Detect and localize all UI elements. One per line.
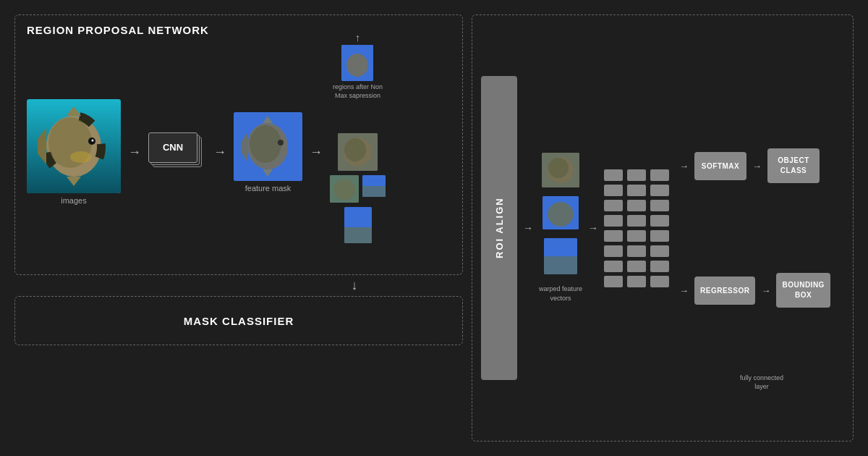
fc-block	[650, 261, 669, 272]
object-class-box: OBJECTCLASS	[767, 148, 820, 183]
regions-after-nms: ↑ regions after NonMax sapression	[333, 32, 383, 100]
arrow-to-regressor: →	[679, 285, 689, 296]
regions-label: regions after NonMax sapression	[333, 83, 383, 100]
fc-block	[627, 185, 646, 196]
main-container: REGION PROPOSAL NETWORK	[14, 14, 854, 442]
svg-point-9	[92, 140, 94, 142]
fc-col-2	[627, 141, 646, 315]
svg-point-19	[346, 54, 368, 77]
region-thumb-bottom	[344, 207, 372, 243]
svg-point-22	[344, 138, 366, 161]
regions-area: ↑ regions after NonMax sapression	[330, 61, 386, 243]
feature-mask	[234, 112, 302, 181]
fc-block	[627, 200, 646, 211]
fc-label: fully connectedlayer	[740, 373, 783, 392]
fc-layers-container	[604, 141, 669, 315]
feature-mask-label: feature mask	[245, 184, 292, 193]
left-panel: REGION PROPOSAL NETWORK	[14, 14, 463, 442]
arrow-cnn-to-mask: →	[213, 145, 226, 160]
region-thumb-fish-1	[338, 133, 378, 171]
fc-block	[627, 276, 646, 287]
arrow-softmax-to-class: →	[752, 161, 762, 172]
cnn-label: CNN	[163, 142, 183, 153]
regressor-box: REGRESSOR	[694, 276, 755, 305]
warped-images: warped featurevectors	[539, 153, 582, 303]
warped-label: warped featurevectors	[539, 284, 582, 303]
fc-block	[604, 230, 623, 242]
fc-block	[604, 261, 623, 272]
rpn-title: REGION PROPOSAL NETWORK	[27, 24, 451, 36]
softmax-box: SOFTMAX	[694, 152, 746, 180]
fc-col-3	[650, 141, 669, 315]
svg-point-31	[548, 158, 569, 178]
arrow-mask-to-regions: →	[310, 145, 323, 160]
regressor-group: → REGRESSOR → BOUNDINGBOX	[679, 273, 830, 308]
fc-block	[650, 169, 669, 181]
roi-align-box: ROI ALIGN	[481, 76, 517, 380]
right-panel: ROI ALIGN →	[472, 14, 854, 442]
region-thumbs-row	[330, 175, 386, 203]
fc-block	[650, 276, 669, 287]
svg-point-10	[70, 151, 92, 163]
svg-point-24	[333, 180, 355, 200]
fish-image	[27, 99, 121, 193]
bounding-box-box: BOUNDINGBOX	[776, 273, 830, 308]
softmax-group: → SOFTMAX → OBJECTCLASS	[679, 148, 830, 183]
fc-block	[604, 200, 623, 211]
cnn-stack-container: CNN	[148, 132, 206, 172]
arrow-roi-to-imgs: →	[523, 222, 533, 234]
arrow-to-softmax: →	[679, 161, 689, 172]
warped-thumb-3	[544, 238, 577, 274]
outputs-area: → SOFTMAX → OBJECTCLASS → REGRESSOR → BO…	[679, 148, 830, 308]
mask-classifier-box: MASK CLASSIFIER	[14, 296, 463, 345]
roi-align-label: ROI ALIGN	[494, 198, 505, 259]
warped-thumb-2	[542, 196, 579, 229]
fc-block	[650, 185, 669, 196]
fc-col-1	[604, 141, 623, 315]
rpn-box: REGION PROPOSAL NETWORK	[14, 14, 463, 275]
cnn-layer-1: CNN	[148, 132, 197, 163]
fc-block	[650, 230, 669, 242]
fc-block	[604, 215, 623, 227]
fc-block	[627, 230, 646, 242]
region-thumb-top	[341, 45, 373, 81]
images-label: images	[61, 196, 86, 205]
arrow-input-to-cnn: →	[128, 145, 141, 160]
fc-block	[650, 200, 669, 211]
arrow-warped-to-fc: →	[588, 222, 598, 234]
fc-block	[604, 245, 623, 257]
fc-block	[604, 169, 623, 181]
svg-rect-35	[544, 256, 577, 274]
svg-point-33	[548, 202, 574, 227]
up-arrow: ↑	[355, 32, 360, 43]
svg-point-17	[278, 140, 284, 145]
fc-block	[604, 276, 623, 287]
fc-block	[627, 245, 646, 257]
fc-block	[627, 215, 646, 227]
region-thumb-small-1	[330, 175, 359, 203]
mask-classifier-title: MASK CLASSIFIER	[184, 315, 294, 327]
fc-block	[604, 185, 623, 196]
svg-rect-26	[362, 186, 386, 197]
region-thumb-small-blue	[362, 175, 386, 197]
fc-block	[627, 169, 646, 181]
fc-block	[650, 245, 669, 257]
fc-block	[650, 215, 669, 227]
svg-point-13	[250, 125, 281, 163]
arrow-regressor-to-bbox: →	[761, 285, 770, 296]
fc-block	[627, 261, 646, 272]
svg-rect-28	[344, 227, 372, 243]
warped-thumb-1	[542, 153, 579, 187]
